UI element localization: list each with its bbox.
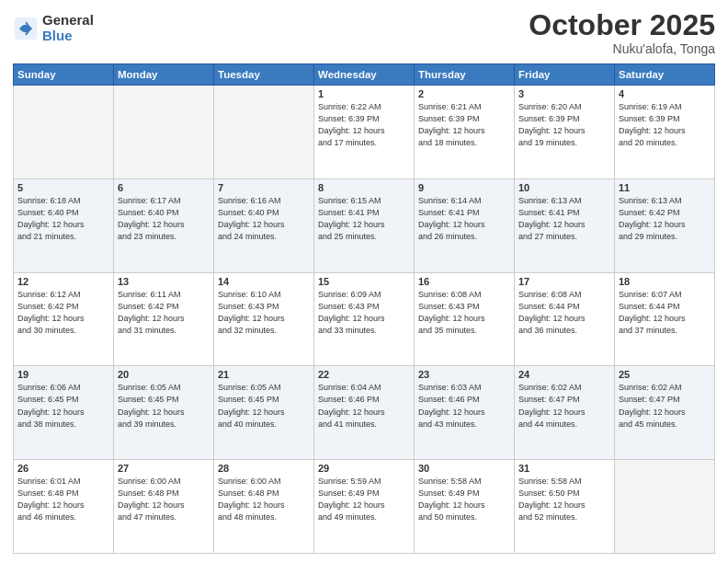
day-number: 2	[418, 88, 510, 99]
day-number: 17	[518, 276, 610, 287]
day-number: 5	[17, 182, 109, 193]
table-row: 14Sunrise: 6:10 AMSunset: 6:43 PMDayligh…	[214, 272, 314, 366]
day-info: Sunrise: 6:08 AMSunset: 6:44 PMDaylight:…	[518, 289, 610, 337]
logo-icon	[13, 16, 39, 41]
table-row: 23Sunrise: 6:03 AMSunset: 6:46 PMDayligh…	[415, 366, 515, 460]
table-row: 17Sunrise: 6:08 AMSunset: 6:44 PMDayligh…	[515, 272, 615, 366]
day-number: 29	[318, 463, 410, 474]
table-row: 12Sunrise: 6:12 AMSunset: 6:42 PMDayligh…	[14, 272, 114, 366]
day-info: Sunrise: 6:12 AMSunset: 6:42 PMDaylight:…	[17, 289, 109, 337]
table-row: 8Sunrise: 6:15 AMSunset: 6:41 PMDaylight…	[314, 178, 415, 272]
table-row: 28Sunrise: 6:00 AMSunset: 6:48 PMDayligh…	[214, 460, 314, 554]
day-info: Sunrise: 6:13 AMSunset: 6:41 PMDaylight:…	[518, 195, 610, 243]
day-number: 19	[17, 369, 109, 380]
table-row: 26Sunrise: 6:01 AMSunset: 6:48 PMDayligh…	[14, 460, 114, 554]
day-number: 24	[518, 369, 610, 380]
day-info: Sunrise: 6:11 AMSunset: 6:42 PMDaylight:…	[118, 289, 210, 337]
day-info: Sunrise: 6:00 AMSunset: 6:48 PMDaylight:…	[118, 476, 210, 523]
day-info: Sunrise: 6:00 AMSunset: 6:48 PMDaylight:…	[218, 476, 310, 523]
header-tuesday: Tuesday	[214, 64, 314, 86]
day-info: Sunrise: 6:08 AMSunset: 6:43 PMDaylight:…	[418, 289, 510, 337]
calendar-week-row: 12Sunrise: 6:12 AMSunset: 6:42 PMDayligh…	[14, 272, 715, 366]
day-number: 1	[318, 88, 410, 99]
header-saturday: Saturday	[615, 64, 715, 86]
logo-text: General Blue	[42, 13, 94, 43]
day-number: 20	[118, 369, 210, 380]
location: Nuku'alofa, Tonga	[529, 41, 715, 56]
table-row: 30Sunrise: 5:58 AMSunset: 6:49 PMDayligh…	[415, 460, 515, 554]
day-info: Sunrise: 6:13 AMSunset: 6:42 PMDaylight:…	[619, 195, 711, 243]
table-row: 18Sunrise: 6:07 AMSunset: 6:44 PMDayligh…	[615, 272, 715, 366]
day-info: Sunrise: 6:22 AMSunset: 6:39 PMDaylight:…	[318, 101, 410, 149]
day-number: 23	[418, 369, 510, 380]
table-row: 15Sunrise: 6:09 AMSunset: 6:43 PMDayligh…	[314, 272, 415, 366]
day-number: 3	[518, 88, 610, 99]
day-number: 9	[418, 182, 510, 193]
table-row: 24Sunrise: 6:02 AMSunset: 6:47 PMDayligh…	[515, 366, 615, 460]
day-number: 22	[318, 369, 410, 380]
table-row: 1Sunrise: 6:22 AMSunset: 6:39 PMDaylight…	[314, 86, 415, 179]
day-info: Sunrise: 6:02 AMSunset: 6:47 PMDaylight:…	[619, 382, 711, 430]
day-info: Sunrise: 6:19 AMSunset: 6:39 PMDaylight:…	[619, 101, 711, 149]
day-number: 13	[118, 276, 210, 287]
table-row	[114, 86, 214, 179]
day-number: 6	[118, 182, 210, 193]
day-number: 7	[218, 182, 310, 193]
table-row: 19Sunrise: 6:06 AMSunset: 6:45 PMDayligh…	[14, 366, 114, 460]
table-row: 4Sunrise: 6:19 AMSunset: 6:39 PMDaylight…	[615, 86, 715, 179]
day-number: 21	[218, 369, 310, 380]
day-info: Sunrise: 6:16 AMSunset: 6:40 PMDaylight:…	[218, 195, 310, 243]
day-number: 10	[518, 182, 610, 193]
day-number: 28	[218, 463, 310, 474]
header-monday: Monday	[114, 64, 214, 86]
day-info: Sunrise: 5:59 AMSunset: 6:49 PMDaylight:…	[318, 476, 410, 523]
day-info: Sunrise: 6:04 AMSunset: 6:46 PMDaylight:…	[318, 382, 410, 430]
day-info: Sunrise: 6:01 AMSunset: 6:48 PMDaylight:…	[17, 476, 109, 523]
day-info: Sunrise: 6:20 AMSunset: 6:39 PMDaylight:…	[518, 101, 610, 149]
table-row	[615, 460, 715, 554]
day-number: 25	[619, 369, 711, 380]
calendar-week-row: 19Sunrise: 6:06 AMSunset: 6:45 PMDayligh…	[14, 366, 715, 460]
day-number: 11	[619, 182, 711, 193]
logo: General Blue	[13, 13, 94, 43]
table-row: 7Sunrise: 6:16 AMSunset: 6:40 PMDaylight…	[214, 178, 314, 272]
day-number: 14	[218, 276, 310, 287]
day-info: Sunrise: 6:18 AMSunset: 6:40 PMDaylight:…	[17, 195, 109, 243]
calendar: Sunday Monday Tuesday Wednesday Thursday…	[13, 63, 715, 554]
day-info: Sunrise: 5:58 AMSunset: 6:49 PMDaylight:…	[418, 476, 510, 523]
day-info: Sunrise: 6:17 AMSunset: 6:40 PMDaylight:…	[118, 195, 210, 243]
day-number: 8	[318, 182, 410, 193]
table-row: 13Sunrise: 6:11 AMSunset: 6:42 PMDayligh…	[114, 272, 214, 366]
table-row: 31Sunrise: 5:58 AMSunset: 6:50 PMDayligh…	[515, 460, 615, 554]
day-info: Sunrise: 6:10 AMSunset: 6:43 PMDaylight:…	[218, 289, 310, 337]
day-info: Sunrise: 6:09 AMSunset: 6:43 PMDaylight:…	[318, 289, 410, 337]
day-info: Sunrise: 6:07 AMSunset: 6:44 PMDaylight:…	[619, 289, 711, 337]
table-row	[14, 86, 114, 179]
title-block: October 2025 Nuku'alofa, Tonga	[529, 9, 715, 56]
day-number: 31	[518, 463, 610, 474]
day-number: 26	[17, 463, 109, 474]
day-info: Sunrise: 6:05 AMSunset: 6:45 PMDaylight:…	[218, 382, 310, 430]
table-row: 21Sunrise: 6:05 AMSunset: 6:45 PMDayligh…	[214, 366, 314, 460]
calendar-week-row: 5Sunrise: 6:18 AMSunset: 6:40 PMDaylight…	[14, 178, 715, 272]
day-info: Sunrise: 6:14 AMSunset: 6:41 PMDaylight:…	[418, 195, 510, 243]
day-info: Sunrise: 6:15 AMSunset: 6:41 PMDaylight:…	[318, 195, 410, 243]
table-row: 20Sunrise: 6:05 AMSunset: 6:45 PMDayligh…	[114, 366, 214, 460]
table-row: 11Sunrise: 6:13 AMSunset: 6:42 PMDayligh…	[615, 178, 715, 272]
day-number: 15	[318, 276, 410, 287]
weekday-header-row: Sunday Monday Tuesday Wednesday Thursday…	[14, 64, 715, 86]
day-number: 16	[418, 276, 510, 287]
table-row: 25Sunrise: 6:02 AMSunset: 6:47 PMDayligh…	[615, 366, 715, 460]
header: General Blue October 2025 Nuku'alofa, To…	[13, 9, 715, 56]
table-row: 3Sunrise: 6:20 AMSunset: 6:39 PMDaylight…	[515, 86, 615, 179]
header-friday: Friday	[515, 64, 615, 86]
logo-blue: Blue	[42, 29, 94, 44]
day-info: Sunrise: 6:06 AMSunset: 6:45 PMDaylight:…	[17, 382, 109, 430]
day-info: Sunrise: 5:58 AMSunset: 6:50 PMDaylight:…	[518, 476, 610, 523]
table-row: 6Sunrise: 6:17 AMSunset: 6:40 PMDaylight…	[114, 178, 214, 272]
calendar-week-row: 26Sunrise: 6:01 AMSunset: 6:48 PMDayligh…	[14, 460, 715, 554]
table-row: 5Sunrise: 6:18 AMSunset: 6:40 PMDaylight…	[14, 178, 114, 272]
logo-general: General	[42, 13, 94, 29]
table-row: 10Sunrise: 6:13 AMSunset: 6:41 PMDayligh…	[515, 178, 615, 272]
day-number: 27	[118, 463, 210, 474]
